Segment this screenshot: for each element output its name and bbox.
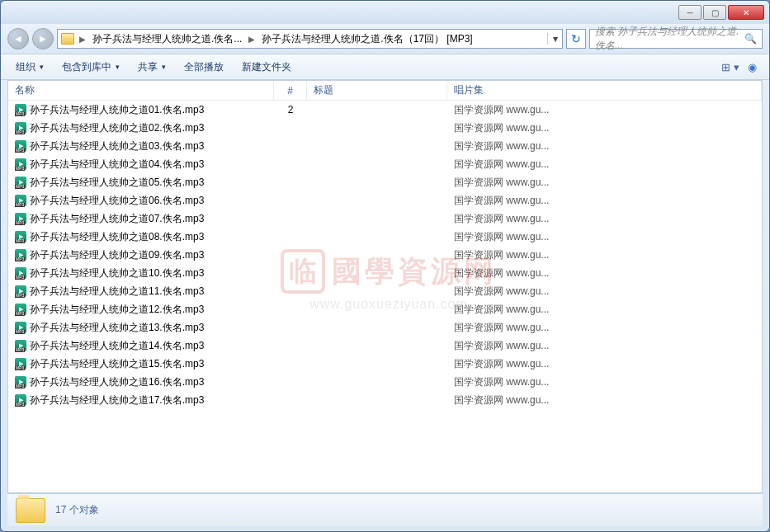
file-album: 国学资源网 www.gu... [447, 158, 762, 172]
minimize-button[interactable]: ─ [678, 5, 702, 20]
file-album: 国学资源网 www.gu... [447, 139, 762, 153]
file-row[interactable]: 孙子兵法与经理人统帅之道08.佚名.mp3国学资源网 www.gu... [8, 228, 762, 246]
file-row[interactable]: 孙子兵法与经理人统帅之道06.佚名.mp3国学资源网 www.gu... [8, 191, 762, 210]
file-tracknum: 2 [274, 104, 307, 115]
new-folder-button[interactable]: 新建文件夹 [235, 57, 298, 78]
folder-icon [61, 33, 74, 45]
file-album: 国学资源网 www.gu... [447, 266, 762, 280]
back-button[interactable]: ◄ [7, 28, 29, 49]
column-name[interactable]: 名称 [8, 81, 274, 100]
search-icon: 🔍 [744, 33, 757, 45]
file-name: 孙子兵法与经理人统帅之道14.佚名.mp3 [30, 339, 204, 353]
view-options-button[interactable]: ⊞ ▾ [721, 58, 739, 76]
file-album: 国学资源网 www.gu... [447, 357, 762, 371]
breadcrumb-current[interactable]: 孙子兵法与经理人统帅之道.佚名（17回） [MP3] [257, 30, 477, 48]
file-row[interactable]: 孙子兵法与经理人统帅之道01.佚名.mp32国学资源网 www.gu... [8, 101, 762, 119]
breadcrumb-parent[interactable]: 孙子兵法与经理人统帅之道.佚名... [87, 30, 247, 48]
file-album: 国学资源网 www.gu... [447, 339, 762, 353]
mp3-icon [15, 177, 26, 188]
file-row[interactable]: 孙子兵法与经理人统帅之道09.佚名.mp3国学资源网 www.gu... [8, 246, 762, 264]
mp3-icon [15, 122, 26, 134]
file-album: 国学资源网 www.gu... [447, 285, 762, 299]
file-row[interactable]: 孙子兵法与经理人统帅之道05.佚名.mp3国学资源网 www.gu... [8, 173, 762, 191]
file-name: 孙子兵法与经理人统帅之道06.佚名.mp3 [30, 194, 204, 208]
share-button[interactable]: 共享 [131, 57, 172, 78]
file-row[interactable]: 孙子兵法与经理人统帅之道11.佚名.mp3国学资源网 www.gu... [8, 282, 762, 300]
mp3-icon [15, 358, 26, 370]
mp3-icon [15, 340, 26, 351]
mp3-icon [15, 267, 26, 279]
file-row[interactable]: 孙子兵法与经理人统帅之道17.佚名.mp3国学资源网 www.gu... [8, 391, 762, 409]
close-button[interactable]: ✕ [728, 5, 764, 20]
mp3-icon [15, 195, 26, 206]
include-library-button[interactable]: 包含到库中 [55, 57, 126, 78]
folder-icon [16, 498, 45, 523]
file-row[interactable]: 孙子兵法与经理人统帅之道04.佚名.mp3国学资源网 www.gu... [8, 155, 762, 173]
file-row[interactable]: 孙子兵法与经理人统帅之道14.佚名.mp3国学资源网 www.gu... [8, 337, 762, 355]
mp3-icon [15, 104, 26, 115]
window-controls: ─ ▢ ✕ [678, 5, 764, 20]
file-name: 孙子兵法与经理人统帅之道07.佚名.mp3 [30, 212, 204, 226]
file-row[interactable]: 孙子兵法与经理人统帅之道16.佚名.mp3国学资源网 www.gu... [8, 373, 762, 391]
file-album: 国学资源网 www.gu... [447, 321, 762, 335]
column-album[interactable]: 唱片集 [447, 81, 762, 100]
file-row[interactable]: 孙子兵法与经理人统帅之道10.佚名.mp3国学资源网 www.gu... [8, 264, 762, 282]
file-album: 国学资源网 www.gu... [447, 176, 762, 190]
file-row[interactable]: 孙子兵法与经理人统帅之道13.佚名.mp3国学资源网 www.gu... [8, 318, 762, 337]
status-count: 17 个对象 [55, 503, 99, 517]
status-bar: 17 个对象 [7, 493, 763, 526]
titlebar[interactable]: ─ ▢ ✕ [1, 1, 769, 24]
refresh-button[interactable]: ↻ [566, 29, 586, 49]
mp3-icon [15, 394, 26, 406]
mp3-icon [15, 231, 26, 242]
file-row[interactable]: 孙子兵法与经理人统帅之道12.佚名.mp3国学资源网 www.gu... [8, 300, 762, 318]
address-dropdown[interactable]: ▾ [547, 33, 562, 45]
file-album: 国学资源网 www.gu... [447, 393, 762, 407]
column-title[interactable]: 标题 [307, 81, 447, 100]
file-name: 孙子兵法与经理人统帅之道16.佚名.mp3 [30, 375, 204, 389]
forward-button[interactable]: ► [32, 28, 54, 49]
file-row[interactable]: 孙子兵法与经理人统帅之道15.佚名.mp3国学资源网 www.gu... [8, 355, 762, 373]
mp3-icon [15, 213, 26, 224]
file-name: 孙子兵法与经理人统帅之道09.佚名.mp3 [30, 248, 204, 262]
help-button[interactable]: ◉ [743, 58, 761, 76]
file-name: 孙子兵法与经理人统帅之道03.佚名.mp3 [30, 139, 204, 153]
explorer-window: ─ ▢ ✕ ◄ ► ▶ 孙子兵法与经理人统帅之道.佚名... ▶ 孙子兵法与经理… [0, 0, 770, 532]
file-name: 孙子兵法与经理人统帅之道15.佚名.mp3 [30, 357, 204, 371]
file-album: 国学资源网 www.gu... [447, 248, 762, 262]
file-album: 国学资源网 www.gu... [447, 375, 762, 389]
chevron-right-icon[interactable]: ▶ [247, 35, 257, 44]
search-input[interactable]: 搜索 孙子兵法与经理人统帅之道.佚名... 🔍 [589, 29, 763, 49]
play-all-button[interactable]: 全部播放 [177, 57, 230, 78]
maximize-button[interactable]: ▢ [703, 5, 726, 20]
file-album: 国学资源网 www.gu... [447, 121, 762, 135]
nav-bar: ◄ ► ▶ 孙子兵法与经理人统帅之道.佚名... ▶ 孙子兵法与经理人统帅之道.… [1, 24, 769, 54]
file-name: 孙子兵法与经理人统帅之道02.佚名.mp3 [30, 121, 204, 135]
mp3-icon [15, 249, 26, 261]
mp3-icon [15, 140, 26, 152]
columns-header: 名称 # 标题 唱片集 [8, 81, 762, 101]
file-album: 国学资源网 www.gu... [447, 103, 762, 117]
mp3-icon [15, 376, 26, 388]
file-list: 临 國學資源网 www.guoxueziyuan.com 孙子兵法与经理人统帅之… [8, 101, 762, 492]
file-name: 孙子兵法与经理人统帅之道12.佚名.mp3 [30, 303, 204, 317]
toolbar: 组织 包含到库中 共享 全部播放 新建文件夹 ⊞ ▾ ◉ [1, 54, 769, 80]
file-row[interactable]: 孙子兵法与经理人统帅之道02.佚名.mp3国学资源网 www.gu... [8, 119, 762, 137]
chevron-right-icon[interactable]: ▶ [78, 35, 87, 44]
content-area: 名称 # 标题 唱片集 临 國學資源网 www.guoxueziyuan.com… [7, 80, 763, 493]
organize-button[interactable]: 组织 [9, 57, 50, 78]
file-name: 孙子兵法与经理人统帅之道13.佚名.mp3 [30, 321, 204, 335]
file-album: 国学资源网 www.gu... [447, 194, 762, 208]
file-name: 孙子兵法与经理人统帅之道10.佚名.mp3 [30, 266, 204, 280]
mp3-icon [15, 285, 26, 297]
mp3-icon [15, 304, 26, 315]
file-name: 孙子兵法与经理人统帅之道11.佚名.mp3 [30, 285, 204, 299]
mp3-icon [15, 158, 26, 170]
column-tracknum[interactable]: # [274, 81, 307, 100]
file-row[interactable]: 孙子兵法与经理人统帅之道07.佚名.mp3国学资源网 www.gu... [8, 210, 762, 228]
search-placeholder: 搜索 孙子兵法与经理人统帅之道.佚名... [595, 25, 744, 53]
address-bar[interactable]: ▶ 孙子兵法与经理人统帅之道.佚名... ▶ 孙子兵法与经理人统帅之道.佚名（1… [57, 29, 563, 49]
file-name: 孙子兵法与经理人统帅之道04.佚名.mp3 [30, 158, 204, 172]
file-album: 国学资源网 www.gu... [447, 230, 762, 244]
file-row[interactable]: 孙子兵法与经理人统帅之道03.佚名.mp3国学资源网 www.gu... [8, 137, 762, 155]
